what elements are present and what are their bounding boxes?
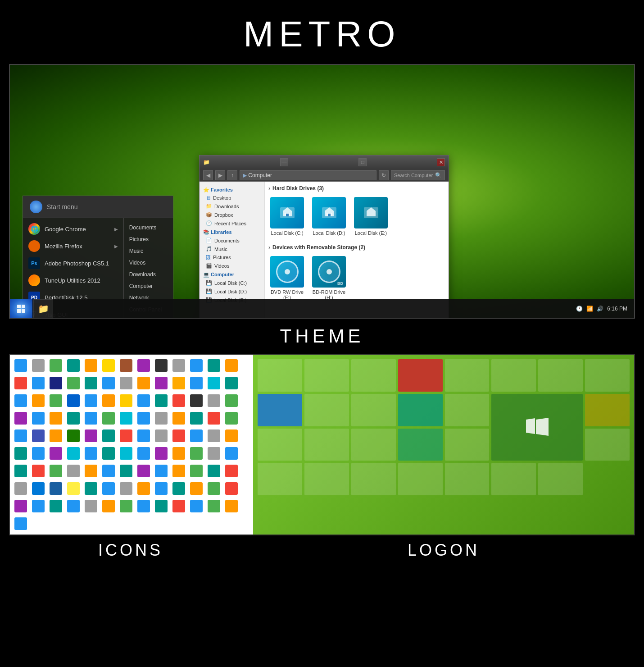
icon-admin-tools[interactable] bbox=[30, 357, 47, 374]
icon-games-folder[interactable] bbox=[223, 392, 240, 409]
search-bar[interactable]: Search Computer 🔍 bbox=[391, 170, 445, 180]
taskbar-explorer[interactable]: 📁 bbox=[33, 299, 53, 318]
icon-videos3[interactable] bbox=[30, 498, 47, 515]
app-chrome[interactable]: 🌐 Google Chrome ▶ bbox=[23, 220, 123, 238]
icon-recycle-empty[interactable] bbox=[65, 462, 82, 480]
icon-screen-res[interactable] bbox=[153, 462, 170, 480]
icon-live-tv[interactable] bbox=[205, 410, 222, 427]
icon-win-card[interactable] bbox=[82, 498, 100, 515]
icon-notification[interactable] bbox=[188, 427, 205, 444]
icon-files[interactable] bbox=[135, 392, 152, 409]
icon-homegroup[interactable] bbox=[100, 410, 117, 427]
icon-remote[interactable] bbox=[118, 462, 135, 480]
icon-ease-access[interactable] bbox=[82, 392, 100, 409]
icon-my-videos[interactable] bbox=[118, 427, 135, 444]
icon-region[interactable] bbox=[100, 462, 117, 480]
sidebar-lib-music[interactable]: 🎵 Music bbox=[200, 245, 264, 253]
icon-color-manager[interactable] bbox=[135, 357, 152, 374]
icon-personal[interactable] bbox=[30, 445, 47, 462]
icon-dropbox[interactable] bbox=[65, 392, 82, 409]
address-bar[interactable]: ▶ Computer bbox=[240, 170, 376, 180]
icon-credential[interactable] bbox=[47, 375, 64, 392]
icon-bookmarks[interactable] bbox=[100, 357, 117, 374]
icon-folder-access[interactable] bbox=[153, 392, 170, 409]
icon-taskbar[interactable] bbox=[118, 480, 135, 497]
icon-win-update[interactable] bbox=[223, 498, 240, 515]
forward-button[interactable]: ▶ bbox=[215, 170, 225, 180]
icon-synccenter[interactable] bbox=[82, 480, 100, 497]
icon-start-button[interactable] bbox=[47, 480, 64, 497]
right-pictures[interactable]: Pictures bbox=[124, 233, 173, 245]
icon-action-center[interactable] bbox=[12, 357, 29, 374]
sidebar-lib-pictures[interactable]: 🖼 Pictures bbox=[200, 253, 264, 261]
icon-documents-lib[interactable] bbox=[188, 375, 205, 392]
icon-navigation[interactable] bbox=[135, 410, 152, 427]
icon-pictures3[interactable] bbox=[135, 445, 152, 462]
icon-downloads-folder[interactable] bbox=[223, 375, 240, 392]
sidebar-local-d[interactable]: 💾 Local Disk (D:) bbox=[200, 287, 264, 296]
icon-use-with[interactable] bbox=[205, 480, 222, 497]
sidebar-local-c[interactable]: 💾 Local Disk (C:) bbox=[200, 279, 264, 287]
icon-shutoff[interactable] bbox=[135, 480, 152, 497]
icon-performance[interactable] bbox=[12, 445, 29, 462]
icon-personalize[interactable] bbox=[47, 445, 64, 462]
icon-videos-folder[interactable] bbox=[223, 480, 240, 497]
icon-get-started[interactable] bbox=[30, 410, 47, 427]
icon-gadgets[interactable] bbox=[205, 392, 222, 409]
right-documents[interactable]: Documents bbox=[124, 222, 173, 233]
icon-autoplay[interactable] bbox=[47, 357, 64, 374]
icon-win-media[interactable] bbox=[170, 498, 187, 515]
icon-win-mobile[interactable] bbox=[205, 498, 222, 515]
icon-services[interactable] bbox=[12, 480, 29, 497]
drive-e[interactable]: Local Disk (E:) bbox=[352, 195, 390, 238]
icon-photos[interactable] bbox=[188, 445, 205, 462]
icon-podcasts[interactable] bbox=[153, 445, 170, 462]
icon-control-manager[interactable] bbox=[30, 375, 47, 392]
icon-info2[interactable] bbox=[65, 445, 82, 462]
icon-sticky[interactable] bbox=[65, 480, 82, 497]
icon-maps[interactable] bbox=[30, 427, 47, 444]
icon-win8-screen[interactable] bbox=[65, 498, 82, 515]
maximize-button[interactable]: □ bbox=[358, 158, 367, 166]
icon-win-transfer[interactable] bbox=[118, 498, 135, 515]
app-photoshop[interactable]: Ps Adobe Photoshop CS5.1 bbox=[23, 255, 123, 272]
drive-c[interactable]: Local Disk (C:) bbox=[268, 195, 306, 238]
icon-full-screen[interactable] bbox=[188, 392, 205, 409]
icon-system[interactable] bbox=[100, 480, 117, 497]
icon-network-offline[interactable] bbox=[170, 427, 187, 444]
icon-win-mobility[interactable] bbox=[188, 498, 205, 515]
icon-network-drive[interactable] bbox=[153, 427, 170, 444]
icon-regedit[interactable] bbox=[82, 462, 100, 480]
icon-documents-folder[interactable] bbox=[170, 375, 187, 392]
icon-win-update2[interactable] bbox=[12, 515, 29, 532]
icon-recycle-full[interactable] bbox=[47, 462, 64, 480]
right-computer[interactable]: Computer bbox=[124, 280, 173, 292]
icon-run[interactable] bbox=[135, 462, 152, 480]
icon-configure[interactable] bbox=[170, 357, 187, 374]
icon-bookmarks2[interactable] bbox=[118, 357, 135, 374]
icon-win8-boot[interactable] bbox=[47, 498, 64, 515]
icon-narrator[interactable] bbox=[135, 427, 152, 444]
icon-on-screen-kb[interactable] bbox=[205, 427, 222, 444]
icon-security[interactable] bbox=[188, 462, 205, 480]
icon-explorer[interactable] bbox=[118, 392, 135, 409]
icon-games[interactable] bbox=[12, 410, 29, 427]
icon-use-forms[interactable] bbox=[188, 480, 205, 497]
icon-skydrive[interactable] bbox=[30, 480, 47, 497]
sidebar-desktop[interactable]: 🖥 Desktop bbox=[200, 194, 264, 202]
icon-fonts[interactable] bbox=[170, 392, 187, 409]
app-tuneup[interactable]: TuneUp Utilities 2012 bbox=[23, 272, 123, 289]
icon-cmd[interactable] bbox=[153, 357, 170, 374]
icon-videos2[interactable] bbox=[12, 498, 29, 515]
app-firefox[interactable]: Mozilla Firefox ▶ bbox=[23, 238, 123, 255]
right-music[interactable]: Music bbox=[124, 245, 173, 257]
back-button[interactable]: ◀ bbox=[203, 170, 213, 180]
minimize-button[interactable]: — bbox=[280, 158, 288, 166]
icon-parental[interactable] bbox=[223, 427, 240, 444]
icon-pictures-folder[interactable] bbox=[82, 445, 100, 462]
refresh-button[interactable]: ↻ bbox=[379, 170, 389, 180]
icon-media[interactable] bbox=[47, 427, 64, 444]
icon-desktop[interactable] bbox=[82, 375, 100, 392]
icon-connect-to[interactable] bbox=[205, 357, 222, 374]
icon-bitcomet[interactable] bbox=[82, 357, 100, 374]
